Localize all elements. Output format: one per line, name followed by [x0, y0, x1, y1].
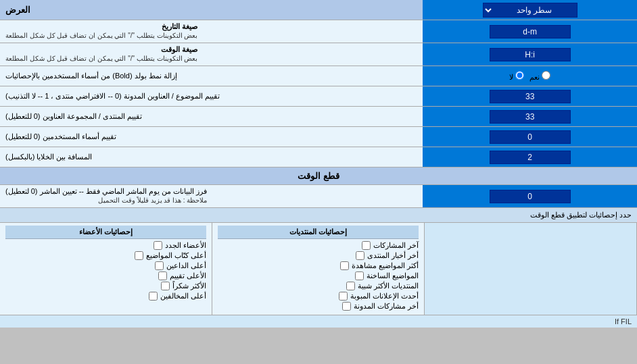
user-order-input[interactable]	[490, 130, 571, 144]
cb-popular-forums-input[interactable]	[346, 282, 355, 290]
cb-top-callers-label: أعلى الداعين	[166, 261, 206, 270]
single-line-select[interactable]: سطر واحد	[483, 3, 577, 18]
cb-top-authors-input[interactable]	[135, 251, 143, 260]
filter-note: If FIL	[0, 315, 637, 328]
cb-popular-forums-label: المنتديات الأكثر شبية	[358, 282, 419, 290]
cb-new-members: الأعضاء الجدد	[5, 241, 206, 250]
checkboxes-area: إحصائيات المنتديات آخر المشاركات أخر أخب…	[0, 223, 637, 315]
radio-yes-label[interactable]: نعم	[529, 71, 550, 82]
user-order-row: تقييم أسماء المستخدمين (0 للتعطيل)	[0, 127, 637, 147]
main-container: سطر واحد العرض صيغة التاريخ بعض التكوينا…	[0, 0, 637, 328]
cb-top-violators-label: أعلى المخالفين	[160, 292, 206, 301]
cb-popular-forums: المنتديات الأكثر شبية	[218, 282, 419, 290]
cb-blog-posts: أخر مشاركات المدونة	[218, 302, 419, 311]
date-format-label: صيغة التاريخ بعض التكوينات يتطلب "/" الت…	[0, 20, 423, 43]
radio-no-label[interactable]: لا	[509, 71, 524, 82]
cb-top-authors: أعلى كتّاب المواضيع	[5, 251, 206, 260]
topic-order-row: تقييم الموضوع / العناوين المدونة (0 -- ا…	[0, 86, 637, 107]
cb-top-rated: الأعلى تقييم	[5, 271, 206, 280]
forum-order-input[interactable]	[490, 110, 571, 124]
cb-new-members-input[interactable]	[154, 241, 162, 250]
cb-forum-news-input[interactable]	[356, 251, 364, 260]
cb-most-viewed-input[interactable]	[340, 261, 349, 270]
cb-most-viewed: أكثر المواضيع مشاهدة	[218, 261, 419, 270]
cb-forum-news: أخر أخبار المنتدى	[218, 251, 419, 260]
topic-order-input-cell	[423, 86, 637, 106]
cb-most-viewed-label: أكثر المواضيع مشاهدة	[352, 261, 419, 270]
cb-top-rated-input[interactable]	[158, 271, 167, 280]
user-order-input-cell	[423, 127, 637, 147]
bold-remove-label: إزالة نمط بولد (Bold) من أسماء المستخدمي…	[0, 66, 423, 86]
radio-yes[interactable]	[542, 71, 550, 80]
cb-new-members-label: الأعضاء الجدد	[165, 241, 206, 250]
bottom-section: حدد إحصائيات لتطبيق قطع الوقت إحصائيات ا…	[0, 208, 637, 328]
cb-forum-news-label: أخر أخبار المنتدى	[367, 251, 419, 260]
date-format-input[interactable]	[490, 25, 571, 38]
cb-blog-posts-input[interactable]	[342, 302, 351, 311]
filter-header: حدد إحصائيات لتطبيق قطع الوقت	[0, 208, 637, 223]
cb-recent-posts: آخر المشاركات	[218, 241, 419, 250]
cb-recent-posts-label: آخر المشاركات	[373, 241, 419, 250]
bold-radio-group: نعم لا	[509, 71, 550, 82]
cb-top-violators-input[interactable]	[149, 292, 158, 301]
cb-top-callers-input[interactable]	[155, 261, 164, 270]
cb-most-thanked-input[interactable]	[161, 282, 170, 290]
cb-most-thanked-label: الأكثر شكراً	[172, 282, 206, 290]
realtime-input-cell	[423, 185, 637, 207]
member-stats-col: إحصائيات الأعضاء الأعضاء الجدد أعلى كتّا…	[0, 223, 212, 315]
cb-top-violators: أعلى المخالفين	[5, 292, 206, 301]
time-format-input[interactable]	[490, 48, 571, 61]
space-input-cell	[423, 147, 637, 167]
member-stats-header: إحصائيات الأعضاء	[5, 226, 206, 239]
cb-hot-topics-input[interactable]	[355, 271, 364, 280]
user-order-label: تقييم أسماء المستخدمين (0 للتعطيل)	[0, 127, 423, 147]
time-format-input-cell	[423, 43, 637, 66]
page-title: العرض	[0, 0, 423, 20]
topic-order-input[interactable]	[490, 90, 571, 103]
forum-stats-header: إحصائيات المنتديات	[218, 226, 419, 239]
radio-no[interactable]	[515, 71, 524, 80]
space-between-row: المسافة بين الخلايا (بالبكسل)	[0, 147, 637, 167]
cb-hot-topics: المواضيع الساخنة	[218, 271, 419, 280]
space-label: المسافة بين الخلايا (بالبكسل)	[0, 147, 423, 167]
cb-announcements: أحدث الإعلانات المبوبة	[218, 292, 419, 301]
realtime-row: فرز البيانات من يوم الماشر الماضي فقط --…	[0, 185, 637, 208]
cb-top-callers: أعلى الداعين	[5, 261, 206, 270]
bold-remove-radio-cell: نعم لا	[423, 66, 637, 86]
right-spacer	[425, 223, 637, 315]
time-format-row: صيغة الوقت بعض التكوينات يتطلب "/" التي …	[0, 43, 637, 66]
cb-announcements-label: أحدث الإعلانات المبوبة	[350, 292, 419, 301]
topic-order-label: تقييم الموضوع / العناوين المدونة (0 -- ا…	[0, 86, 423, 106]
date-format-input-cell	[423, 20, 637, 43]
cb-top-authors-label: أعلى كتّاب المواضيع	[146, 251, 206, 260]
cb-blog-posts-label: أخر مشاركات المدونة	[354, 302, 419, 311]
bold-remove-row: نعم لا إزالة نمط بولد (Bold) من أسماء ال…	[0, 66, 637, 86]
forum-order-input-cell	[423, 107, 637, 126]
cb-announcements-input[interactable]	[339, 292, 348, 301]
cb-hot-topics-label: المواضيع الساخنة	[367, 271, 419, 280]
forum-stats-col: إحصائيات المنتديات آخر المشاركات أخر أخب…	[212, 223, 425, 315]
time-format-label: صيغة الوقت بعض التكوينات يتطلب "/" التي …	[0, 43, 423, 66]
forum-order-row: تقييم المنتدى / المجموعة العناوين (0 للت…	[0, 107, 637, 127]
realtime-input[interactable]	[490, 190, 571, 203]
cb-top-rated-label: الأعلى تقييم	[170, 271, 206, 280]
realtime-label: فرز البيانات من يوم الماشر الماضي فقط --…	[0, 185, 423, 207]
header-left: سطر واحد	[423, 0, 637, 20]
cb-recent-posts-input[interactable]	[362, 241, 371, 250]
space-input[interactable]	[490, 151, 571, 164]
forum-order-label: تقييم المنتدى / المجموعة العناوين (0 للت…	[0, 107, 423, 126]
header-row: سطر واحد العرض	[0, 0, 637, 20]
realtime-section-header: قطع الوقت	[0, 167, 637, 185]
cb-most-thanked: الأكثر شكراً	[5, 282, 206, 290]
date-format-row: صيغة التاريخ بعض التكوينات يتطلب "/" الت…	[0, 20, 637, 43]
